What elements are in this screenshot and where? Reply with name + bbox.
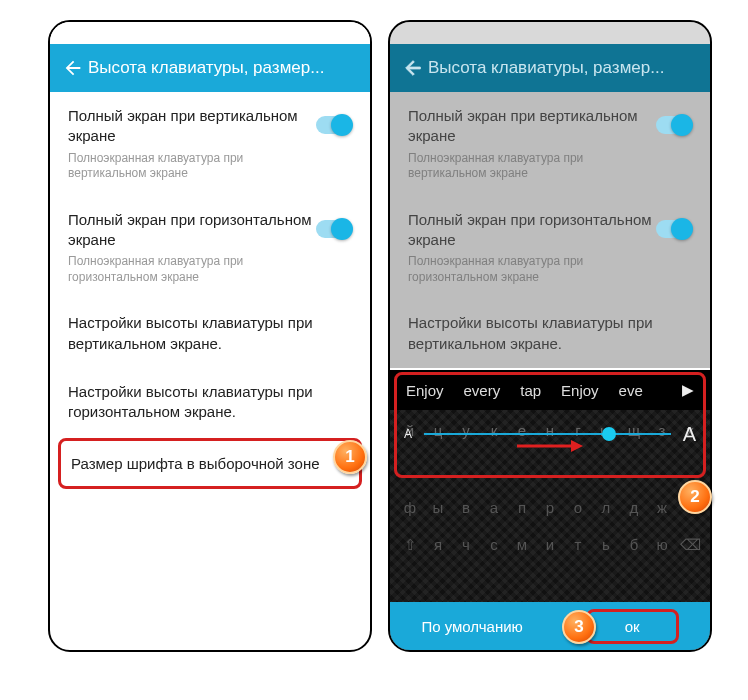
default-button[interactable]: По умолчанию	[421, 618, 522, 635]
toggle-switch	[656, 116, 692, 134]
slider-max-label: A	[683, 423, 696, 446]
setting-title: Полный экран при горизонтальном экране	[68, 210, 316, 251]
suggestion[interactable]: tap	[510, 382, 551, 399]
badge-2: 2	[678, 480, 712, 514]
settings-list-dimmed: Полный экран при вертикальном экране Пол…	[390, 92, 710, 368]
suggestion[interactable]: eve	[609, 382, 653, 399]
setting-title: Настройки высоты клавиатуры при горизонт…	[68, 382, 352, 423]
setting-fullscreen-portrait: Полный экран при вертикальном экране Пол…	[390, 92, 710, 196]
status-bar	[390, 22, 710, 44]
arrow-right-icon	[515, 438, 585, 454]
page-title: Высота клавиатуры, размер...	[428, 58, 702, 78]
header: Высота клавиатуры, размер...	[50, 44, 370, 92]
phone-right: Высота клавиатуры, размер... Полный экра…	[388, 20, 712, 652]
slider-track[interactable]	[424, 433, 671, 435]
setting-height-portrait[interactable]: Настройки высоты клавиатуры при вертикал…	[50, 299, 370, 368]
status-bar	[50, 22, 370, 44]
setting-fullscreen-landscape[interactable]: Полный экран при горизонтальном экране П…	[50, 196, 370, 300]
chevron-right-icon[interactable]: ▶	[672, 381, 704, 399]
setting-height-landscape[interactable]: Настройки высоты клавиатуры при горизонт…	[50, 368, 370, 437]
svg-marker-1	[571, 440, 583, 452]
key-row: ⇧ ячсмитьбю ⌫	[390, 526, 710, 564]
suggestion[interactable]: Enjoy	[396, 382, 454, 399]
settings-list: Полный экран при вертикальном экране Пол…	[50, 92, 370, 489]
font-size-slider[interactable]: A A	[390, 410, 710, 458]
setting-subtitle: Полноэкранная клавуатура при горизонталь…	[68, 254, 316, 285]
suggestion[interactable]: Enjoy	[551, 382, 609, 399]
slider-min-label: A	[404, 427, 412, 441]
back-icon[interactable]	[398, 57, 428, 79]
phone-left: Высота клавиатуры, размер... Полный экра…	[48, 20, 372, 652]
setting-fullscreen-landscape: Полный экран при горизонтальном экране П…	[390, 196, 710, 300]
setting-subtitle: Полноэкранная клавуатура при вертикально…	[68, 151, 316, 182]
dialog-footer: По умолчанию ок	[390, 602, 710, 650]
setting-title: Настройки высоты клавиатуры при вертикал…	[68, 313, 352, 354]
slider-thumb[interactable]	[602, 427, 616, 441]
keyboard-area: Enjoy every tap Enjoy eve ▶ A A йцукенгш…	[390, 370, 710, 650]
toggle-switch[interactable]	[316, 116, 352, 134]
suggestion[interactable]: every	[454, 382, 511, 399]
key-row: фывапролджэ	[390, 489, 710, 526]
setting-height-portrait: Настройки высоты клавиатуры при вертикал…	[390, 299, 710, 368]
backspace-icon[interactable]: ⌫	[678, 536, 702, 554]
ok-button[interactable]: ок	[586, 609, 679, 644]
toggle-switch	[656, 220, 692, 238]
toggle-switch[interactable]	[316, 220, 352, 238]
setting-title: Размер шрифта в выборочной зоне	[71, 455, 349, 472]
setting-title: Полный экран при вертикальном экране	[68, 106, 316, 147]
setting-fullscreen-portrait[interactable]: Полный экран при вертикальном экране Пол…	[50, 92, 370, 196]
page-title: Высота клавиатуры, размер...	[88, 58, 362, 78]
badge-1: 1	[333, 440, 367, 474]
header: Высота клавиатуры, размер...	[390, 44, 710, 92]
shift-icon[interactable]: ⇧	[398, 536, 422, 554]
setting-font-size-highlight[interactable]: Размер шрифта в выборочной зоне	[58, 438, 362, 489]
suggestion-bar: Enjoy every tap Enjoy eve ▶	[390, 370, 710, 410]
back-icon[interactable]	[58, 57, 88, 79]
badge-3: 3	[562, 610, 596, 644]
